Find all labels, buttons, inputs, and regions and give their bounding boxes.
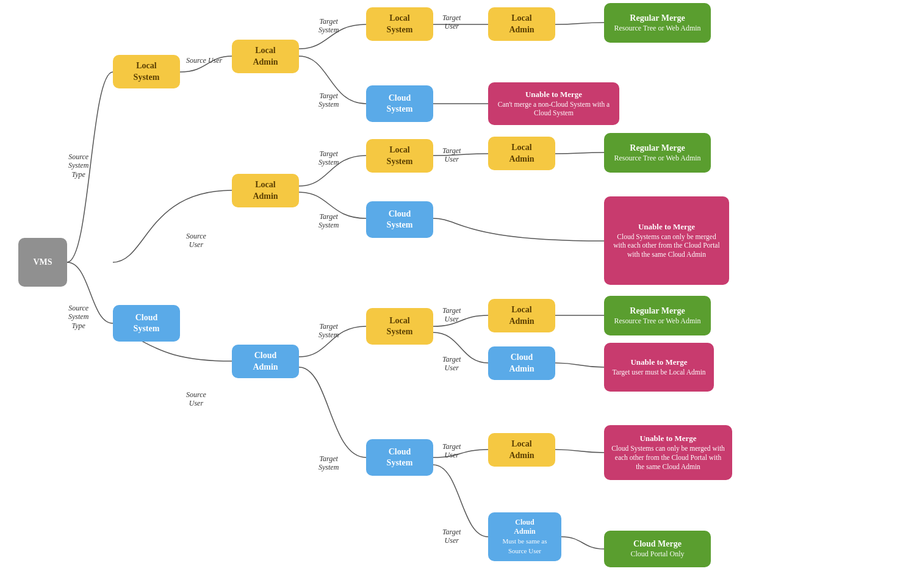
label-target-system-1a: TargetSystem	[318, 17, 339, 35]
local-admin-target-4-label: LocalAdmin	[509, 439, 534, 461]
local-system-target-2-label: LocalSystem	[387, 145, 413, 167]
local-system-target-3-label: LocalSystem	[387, 315, 413, 337]
result-green-4-sub: Cloud Portal Only	[630, 550, 684, 559]
vms-label: VMS	[33, 257, 52, 268]
result-red-1-content: Unable to Merge Can't merge a non-Cloud …	[494, 90, 613, 118]
local-admin-1-node: LocalAdmin	[232, 40, 299, 73]
label-src-user-1: Source User	[186, 56, 222, 65]
result-green-4-content: Cloud Merge Cloud Portal Only	[630, 539, 684, 559]
local-system-source-label: LocalSystem	[134, 60, 160, 82]
label-src-system-type-1: SourceSystemType	[68, 152, 88, 179]
result-red-4-node: Unable to Merge Cloud Systems can only b…	[604, 425, 732, 480]
result-red-2-title: Unable to Merge	[610, 222, 723, 232]
result-green-4-node: Cloud Merge Cloud Portal Only	[604, 531, 711, 567]
result-red-3-title: Unable to Merge	[612, 357, 705, 368]
cloud-admin-target-3-node: CloudAdmin	[488, 346, 555, 380]
result-green-2-title: Regular Merge	[614, 143, 700, 154]
local-admin-target-3-label: LocalAdmin	[509, 304, 534, 326]
label-src-user-3: SourceUser	[186, 390, 206, 408]
label-target-user-4a: TargetUser	[442, 442, 461, 460]
cloud-system-target-2-label: CloudSystem	[387, 209, 413, 231]
vms-node: VMS	[18, 238, 67, 287]
label-target-system-3a: TargetSystem	[318, 322, 339, 340]
local-system-target-1-node: LocalSystem	[366, 7, 433, 41]
result-red-4-title: Unable to Merge	[610, 434, 726, 444]
label-target-user-2: TargetUser	[442, 146, 461, 164]
local-admin-2-node: LocalAdmin	[232, 174, 299, 207]
label-target-user-3a: TargetUser	[442, 306, 461, 324]
label-src-user-2: SourceUser	[186, 232, 206, 249]
local-admin-target-1-label: LocalAdmin	[509, 13, 534, 35]
result-red-1-sub: Can't merge a non-Cloud System with a Cl…	[494, 100, 613, 118]
local-system-target-2-node: LocalSystem	[366, 139, 433, 173]
result-green-2-node: Regular Merge Resource Tree or Web Admin	[604, 133, 711, 173]
cloud-admin-1-label: CloudAdmin	[253, 350, 278, 372]
label-target-system-1b: TargetSystem	[318, 91, 339, 109]
label-target-system-3b: TargetSystem	[318, 454, 339, 472]
cloud-admin-target-3-label: CloudAdmin	[509, 352, 534, 374]
label-target-user-3b: TargetUser	[442, 355, 461, 373]
result-red-3-node: Unable to Merge Target user must be Loca…	[604, 343, 714, 392]
cloud-system-target-3-label: CloudSystem	[387, 446, 413, 468]
cloud-admin-target-4-label: CloudAdminMust be same asSource User	[502, 518, 547, 556]
local-system-target-1-label: LocalSystem	[387, 13, 413, 35]
local-admin-target-3-node: LocalAdmin	[488, 299, 555, 332]
local-system-target-3-node: LocalSystem	[366, 308, 433, 345]
label-target-user-1: TargetUser	[442, 13, 461, 31]
result-green-1-sub: Resource Tree or Web Admin	[614, 24, 700, 34]
result-red-1-node: Unable to Merge Can't merge a non-Cloud …	[488, 82, 619, 125]
local-admin-1-label: LocalAdmin	[253, 45, 278, 67]
local-admin-target-2-node: LocalAdmin	[488, 137, 555, 170]
cloud-admin-target-4-node: CloudAdminMust be same asSource User	[488, 512, 561, 561]
result-green-2-content: Regular Merge Resource Tree or Web Admin	[614, 143, 700, 163]
result-green-3-sub: Resource Tree or Web Admin	[614, 317, 700, 326]
cloud-system-target-2-node: CloudSystem	[366, 201, 433, 238]
local-system-source-node: LocalSystem	[113, 55, 180, 88]
result-green-3-node: Regular Merge Resource Tree or Web Admin	[604, 296, 711, 335]
result-red-1-title: Unable to Merge	[494, 90, 613, 100]
label-src-system-type-2: SourceSystemType	[68, 304, 88, 330]
cloud-admin-1-node: CloudAdmin	[232, 345, 299, 378]
result-red-2-sub: Cloud Systems can only be merged with ea…	[610, 232, 723, 260]
local-admin-target-1-node: LocalAdmin	[488, 7, 555, 41]
result-red-2-node: Unable to Merge Cloud Systems can only b…	[604, 196, 729, 285]
result-red-2-content: Unable to Merge Cloud Systems can only b…	[610, 222, 723, 260]
cloud-system-source-label: CloudSystem	[134, 312, 160, 334]
result-green-2-sub: Resource Tree or Web Admin	[614, 154, 700, 163]
result-green-3-content: Regular Merge Resource Tree or Web Admin	[614, 306, 700, 326]
cloud-system-source-node: CloudSystem	[113, 305, 180, 342]
cloud-system-target-1-label: CloudSystem	[387, 93, 413, 115]
local-admin-target-4-node: LocalAdmin	[488, 433, 555, 467]
label-target-system-2b: TargetSystem	[318, 212, 339, 230]
result-green-4-title: Cloud Merge	[630, 539, 684, 550]
result-green-3-title: Regular Merge	[614, 306, 700, 317]
cloud-system-target-1-node: CloudSystem	[366, 85, 433, 122]
result-green-1-title: Regular Merge	[614, 13, 700, 24]
result-green-1-node: Regular Merge Resource Tree or Web Admin	[604, 3, 711, 43]
result-red-4-content: Unable to Merge Cloud Systems can only b…	[610, 434, 726, 471]
result-red-3-content: Unable to Merge Target user must be Loca…	[612, 357, 705, 377]
result-red-3-sub: Target user must be Local Admin	[612, 368, 705, 377]
cloud-system-target-3-node: CloudSystem	[366, 439, 433, 476]
local-admin-2-label: LocalAdmin	[253, 179, 278, 201]
label-target-system-2a: TargetSystem	[318, 149, 339, 167]
local-admin-target-2-label: LocalAdmin	[509, 142, 534, 164]
result-red-4-sub: Cloud Systems can only be merged with ea…	[610, 444, 726, 471]
label-target-user-4b: TargetUser	[442, 528, 461, 545]
result-green-1-content: Regular Merge Resource Tree or Web Admin	[614, 13, 700, 34]
